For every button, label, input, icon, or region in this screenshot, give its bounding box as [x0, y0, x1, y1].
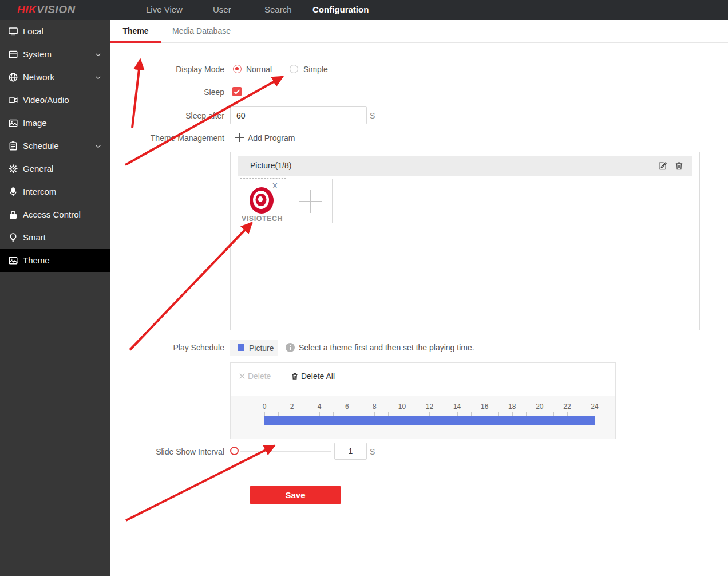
radio-normal[interactable]: [233, 65, 242, 73]
sleep-after-input[interactable]: [230, 106, 367, 124]
radio-dot: [235, 67, 239, 70]
monitor-icon: [8, 26, 18, 37]
timeline-tick-label: 14: [453, 403, 461, 411]
topnav-live-view[interactable]: Live View: [146, 5, 183, 14]
clipboard-icon: [8, 141, 18, 151]
topbar: HIKVISION Live View User Search Configur…: [0, 0, 728, 20]
hikvision-logo: HIKVISION: [17, 3, 76, 16]
timeline-tick-label: 2: [290, 403, 294, 411]
sleep-after-label: Sleep after: [110, 111, 224, 120]
picture-type-label: Picture: [249, 344, 274, 353]
display-mode-label: Display Mode: [110, 65, 224, 74]
picture-color-swatch: [238, 344, 244, 351]
sidebar-item-access-control[interactable]: Access Control: [0, 203, 110, 226]
interval-input[interactable]: [334, 443, 367, 460]
visiotech-logo: VISIOTECH: [240, 179, 286, 227]
radio-normal-label: Normal: [246, 65, 272, 74]
topnav-search[interactable]: Search: [264, 5, 292, 14]
timeline-tick-label: 20: [536, 403, 543, 411]
trash-icon[interactable]: [674, 161, 684, 171]
add-program-label: Add Program: [248, 133, 295, 143]
logo-vision: VISION: [37, 3, 75, 15]
check-icon: [232, 87, 242, 96]
timeline-tick-label: 6: [345, 403, 349, 411]
sidebar: Local System Network Video/Audio Image S…: [0, 20, 110, 576]
microphone-icon: [8, 187, 18, 197]
page: HIKVISION Live View User Search Configur…: [0, 0, 728, 576]
sidebar-item-label: System: [23, 49, 52, 59]
gear-icon: [8, 164, 18, 174]
sidebar-item-label: Video/Audio: [23, 95, 69, 105]
sidebar-item-label: Schedule: [23, 141, 59, 151]
interval-slider-track[interactable]: [240, 451, 331, 452]
topnav-configuration[interactable]: Configuration: [312, 5, 369, 14]
sidebar-item-label: Local: [23, 26, 43, 36]
arrow-to-slider: [126, 445, 275, 520]
picture-type-button[interactable]: Picture: [230, 340, 278, 356]
active-tab-underline: [110, 41, 161, 43]
trash-icon: [291, 372, 299, 380]
chevron-down-icon: [94, 143, 102, 150]
tab-media-database[interactable]: Media Database: [161, 20, 242, 42]
sidebar-item-label: Network: [23, 72, 54, 82]
sidebar-item-schedule[interactable]: Schedule: [0, 135, 110, 157]
theme-management-label: Theme Management: [110, 133, 224, 143]
timeline-minor-ticks: [264, 412, 595, 416]
plus-icon: [235, 133, 244, 142]
sidebar-item-video-audio[interactable]: Video/Audio: [0, 89, 110, 112]
picture-icon: [8, 255, 18, 266]
sidebar-item-label: Access Control: [23, 210, 81, 219]
chevron-down-icon: [94, 74, 102, 81]
interval-slider-handle[interactable]: [230, 447, 239, 455]
sleep-after-unit: S: [370, 111, 375, 120]
sidebar-item-system[interactable]: System: [0, 43, 110, 66]
thumbnail-remove-button[interactable]: X: [272, 182, 278, 190]
tab-theme[interactable]: Theme: [110, 20, 161, 42]
sidebar-item-label: Intercom: [23, 187, 56, 196]
add-picture-button[interactable]: [288, 179, 333, 223]
timeline-tick-label: 16: [481, 403, 488, 411]
sidebar-item-theme[interactable]: Theme: [0, 249, 110, 272]
sidebar-item-network[interactable]: Network: [0, 66, 110, 89]
svg-text:VISIOTECH: VISIOTECH: [242, 215, 283, 223]
timeline-tick-label: 0: [263, 403, 267, 411]
delete-label: Delete: [248, 372, 271, 381]
save-button[interactable]: Save: [250, 486, 341, 504]
sidebar-item-image[interactable]: Image: [0, 112, 110, 135]
sidebar-item-label: General: [23, 164, 53, 173]
topnav-user[interactable]: User: [213, 5, 231, 14]
timeline-tick-label: 8: [373, 403, 377, 411]
timeline-tick-label: 22: [563, 403, 571, 411]
edit-icon[interactable]: [658, 161, 667, 171]
play-schedule-label: Play Schedule: [110, 343, 224, 352]
timeline-tick-label: 4: [318, 403, 322, 411]
sidebar-item-label: Smart: [23, 232, 46, 242]
timeline-tick-label: 24: [591, 403, 598, 411]
image-icon: [8, 118, 18, 128]
window-icon: [8, 49, 18, 60]
theme-thumbnail[interactable]: VISIOTECH: [240, 178, 286, 226]
delete-all-label: Delete All: [301, 372, 335, 381]
interval-unit: S: [370, 447, 375, 456]
sidebar-item-intercom[interactable]: Intercom: [0, 180, 110, 203]
sleep-checkbox[interactable]: [232, 87, 242, 96]
tabbar: Theme Media Database: [110, 20, 728, 43]
timeline-tick-label: 18: [508, 403, 516, 411]
radio-simple-label: Simple: [303, 65, 328, 74]
sidebar-item-label: Image: [23, 118, 47, 128]
globe-icon: [8, 72, 18, 82]
timeline-tick-label: 10: [398, 403, 406, 411]
sidebar-item-label: Theme: [23, 255, 50, 265]
delete-button[interactable]: Delete: [239, 372, 271, 381]
sidebar-item-local[interactable]: Local: [0, 20, 110, 43]
add-program-button[interactable]: Add Program: [235, 131, 298, 144]
timeline-schedule-bar[interactable]: [264, 416, 595, 425]
radio-simple[interactable]: [290, 65, 298, 73]
sidebar-item-general[interactable]: General: [0, 157, 110, 180]
sleep-label: Sleep: [110, 88, 224, 97]
chevron-down-icon: [94, 51, 102, 58]
timeline-tick-label: 12: [426, 403, 433, 411]
sidebar-item-smart[interactable]: Smart: [0, 226, 110, 249]
delete-all-button[interactable]: Delete All: [291, 372, 335, 381]
slide-show-interval-label: Slide Show Interval: [110, 447, 224, 456]
